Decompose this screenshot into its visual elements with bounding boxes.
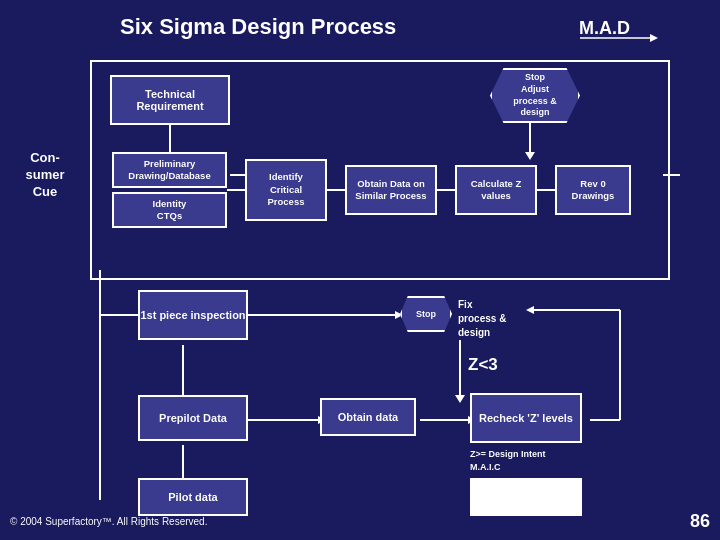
identity-ctqs-box: IdentityCTQs (112, 192, 227, 228)
slide-title: Six Sigma Design Process (120, 14, 396, 40)
obtain-similar-box: Obtain Data onSimilar Process (345, 165, 437, 215)
footer: © 2004 Superfactory™. All Rights Reserve… (10, 511, 710, 532)
tech-req-box: Technical Requirement (110, 75, 230, 125)
stop-fix-area: Stop Fixprocess &design (400, 296, 506, 340)
process-flow-row: PreliminaryDrawing/Database IdentityCTQs… (112, 152, 631, 228)
prepilot-label: Prepilot Data (159, 411, 227, 425)
footer-page-number: 86 (690, 511, 710, 532)
tech-req-label: Technical Requirement (136, 88, 203, 112)
arrow-1 (227, 189, 245, 191)
obtain-data-lower-box: Obtain data (320, 398, 416, 436)
first-piece-label: 1st piece inspection (140, 308, 245, 322)
preliminary-box: PreliminaryDrawing/Database (112, 152, 227, 188)
z-design-label: Z>= Design IntentM.A.I.C (470, 448, 546, 473)
svg-marker-26 (455, 395, 465, 403)
slide: Six Sigma Design Process M.A.D Con- sume… (0, 0, 720, 540)
stop-adjust-text: StopAdjustprocess &design (513, 72, 557, 119)
rev0-drawings-box: Rev 0Drawings (555, 165, 631, 215)
obtain-data-label: Obtain data (338, 411, 399, 423)
recheck-z-box: Recheck 'Z' levels (470, 393, 582, 443)
arrow-3 (437, 189, 455, 191)
consumer-cue-label: Con- sumer Cue (10, 150, 80, 201)
stop-adjust-hex: StopAdjustprocess &design (490, 68, 580, 123)
calculate-z-box: Calculate Zvalues (455, 165, 537, 215)
svg-marker-30 (526, 306, 534, 314)
pilot-data-label: Pilot data (168, 491, 218, 503)
footer-copyright: © 2004 Superfactory™. All Rights Reserve… (10, 516, 207, 527)
arrow-2 (327, 189, 345, 191)
stop-fix-label: Stop (416, 309, 436, 319)
first-piece-inspection-box: 1st piece inspection (138, 290, 248, 340)
z-less-3-label: Z<3 (468, 355, 498, 375)
fix-process-label: Fixprocess &design (458, 298, 506, 340)
stop-fix-hex: Stop (400, 296, 452, 332)
identify-critical-box: IdentifyCriticalProcess (245, 159, 327, 221)
recheck-label: Recheck 'Z' levels (479, 411, 573, 425)
arrow-4 (537, 189, 555, 191)
prelim-stack: PreliminaryDrawing/Database IdentityCTQs (112, 152, 227, 228)
mad-label: M.A.D (579, 18, 630, 39)
prepilot-data-box: Prepilot Data (138, 395, 248, 441)
title-area: Six Sigma Design Process M.A.D (120, 14, 660, 40)
